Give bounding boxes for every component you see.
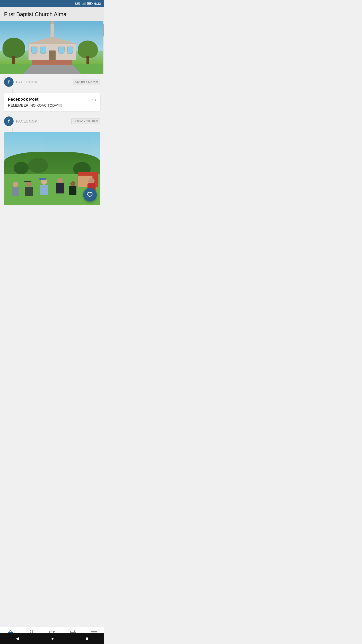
share-button-1[interactable]: ↪: [92, 97, 96, 103]
post-card-1: Facebook Post REMEMBER: NO KOAC TODAY!!!…: [4, 93, 100, 111]
feed-source-2: FACEBOOK: [16, 119, 37, 123]
timeline-line-1: [13, 89, 13, 93]
network-indicator: LTE: [75, 2, 80, 5]
feed-source-1: FACEBOOK: [16, 80, 37, 84]
feed-meta-2: f FACEBOOK 06/27/17 10:50am: [4, 116, 100, 126]
page-title: First Baptist Church Alma: [4, 11, 100, 18]
camp-photo: [4, 132, 100, 205]
svg-rect-5: [92, 3, 93, 4]
facebook-icon-1: f: [4, 77, 14, 87]
clock: 6:33: [94, 2, 101, 6]
svg-rect-0: [82, 4, 82, 5]
signal-icon: [82, 2, 86, 5]
svg-rect-1: [83, 3, 83, 5]
feed-area: f FACEBOOK 06/28/17 6:57am Facebook Post…: [0, 74, 104, 235]
feed-item-2: f FACEBOOK 06/27/17 10:50am: [0, 113, 104, 205]
svg-rect-3: [85, 2, 85, 5]
svg-text:⚡: ⚡: [88, 3, 90, 5]
heart-icon: [87, 192, 93, 198]
post-title-1: Facebook Post: [8, 97, 62, 102]
church-hero-image: [0, 21, 104, 74]
feed-meta-1: f FACEBOOK 06/28/17 6:57am: [4, 77, 100, 87]
status-bar: LTE ⚡ 6:33: [0, 0, 104, 7]
feed-timestamp-2: 06/27/17 10:50am: [71, 118, 100, 124]
post-body-1: REMEMBER: NO KOAC TODAY!!!: [8, 103, 62, 107]
app-header: First Baptist Church Alma: [0, 7, 104, 21]
facebook-icon-2: f: [4, 116, 14, 126]
like-fab[interactable]: [83, 188, 97, 202]
battery-icon: ⚡: [87, 2, 93, 5]
timeline-line-2: [13, 128, 13, 132]
camp-photo-wrapper: [4, 132, 100, 205]
svg-rect-2: [84, 3, 84, 5]
feed-timestamp-1: 06/28/17 6:57am: [73, 79, 100, 85]
feed-item-1: f FACEBOOK 06/28/17 6:57am Facebook Post…: [0, 74, 104, 111]
